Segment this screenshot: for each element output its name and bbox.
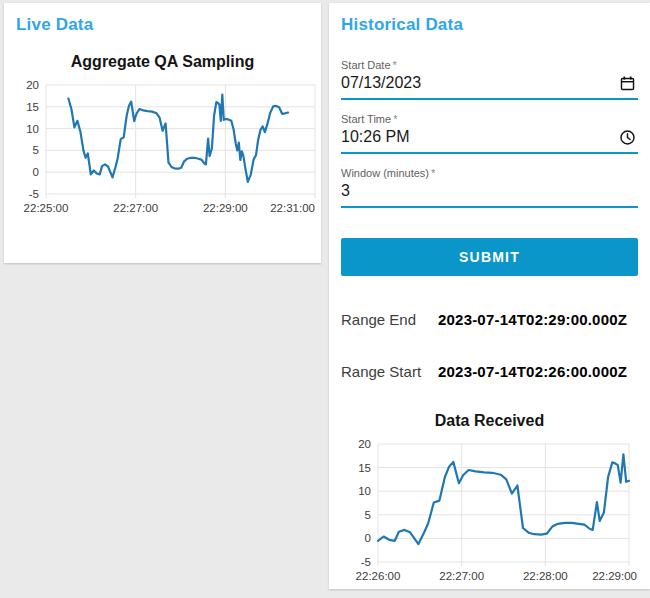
range-start-row: Range Start 2023-07-14T02:26:00.000Z [329, 363, 650, 380]
window-minutes-field: Window (minutes)* [341, 167, 638, 208]
required-marker: * [393, 59, 397, 71]
svg-text:15: 15 [358, 462, 371, 474]
live-chart-title: Aggregate QA Sampling [4, 53, 321, 71]
svg-text:22:26:00: 22:26:00 [356, 570, 401, 582]
svg-text:0: 0 [365, 532, 371, 544]
svg-text:10: 10 [26, 123, 39, 135]
svg-text:10: 10 [358, 485, 371, 497]
window-minutes-label-text: Window (minutes) [341, 167, 429, 179]
svg-text:20: 20 [26, 79, 39, 91]
live-chart-plot: -50510152022:25:0022:27:0022:29:0022:31:… [6, 79, 319, 222]
received-chart-title: Data Received [329, 412, 650, 430]
window-minutes-label: Window (minutes)* [341, 167, 638, 179]
start-time-label: Start Time* [341, 113, 638, 125]
start-date-field: Start Date* [341, 59, 638, 100]
range-start-label: Range Start [341, 363, 438, 380]
range-end-row: Range End 2023-07-14T02:29:00.000Z [329, 311, 650, 328]
svg-text:22:31:00: 22:31:00 [270, 202, 315, 214]
svg-text:-5: -5 [29, 188, 39, 200]
live-chart: Aggregate QA Sampling -50510152022:25:00… [4, 53, 321, 222]
start-time-input[interactable] [341, 128, 614, 146]
start-time-label-text: Start Time [341, 113, 391, 125]
live-data-panel: Live Data Aggregate QA Sampling -5051015… [4, 3, 321, 263]
submit-button[interactable]: SUBMIT [341, 238, 638, 276]
svg-text:22:27:00: 22:27:00 [439, 570, 484, 582]
start-date-label: Start Date* [341, 59, 638, 71]
svg-text:5: 5 [365, 509, 371, 521]
svg-text:-5: -5 [361, 556, 371, 568]
start-time-field: Start Time* [341, 113, 638, 154]
svg-text:0: 0 [33, 166, 39, 178]
received-chart-plot: -50510152022:26:0022:27:0022:28:0022:29:… [338, 438, 641, 590]
start-time-input-row [341, 128, 638, 154]
window-minutes-input[interactable] [341, 182, 638, 200]
dashboard: { "colors": { "heading_blue": "#2fa6e8",… [0, 0, 650, 598]
received-chart: Data Received -50510152022:26:0022:27:00… [329, 412, 650, 590]
range-start-value: 2023-07-14T02:26:00.000Z [438, 363, 627, 380]
svg-text:22:29:00: 22:29:00 [203, 202, 248, 214]
start-date-input[interactable] [341, 74, 614, 92]
range-end-label: Range End [341, 311, 438, 328]
svg-text:15: 15 [26, 101, 39, 113]
svg-text:22:25:00: 22:25:00 [24, 202, 69, 214]
calendar-icon[interactable] [619, 75, 636, 92]
start-date-input-row [341, 74, 638, 100]
window-minutes-input-row [341, 182, 638, 208]
required-marker: * [431, 167, 435, 179]
svg-text:22:28:00: 22:28:00 [523, 570, 568, 582]
required-marker: * [393, 113, 397, 125]
historical-data-heading: Historical Data [341, 15, 650, 35]
svg-text:22:27:00: 22:27:00 [113, 202, 158, 214]
live-data-heading: Live Data [16, 15, 321, 35]
start-date-label-text: Start Date [341, 59, 391, 71]
svg-text:20: 20 [358, 438, 371, 450]
range-end-value: 2023-07-14T02:29:00.000Z [438, 311, 627, 328]
svg-text:22:29:00: 22:29:00 [592, 570, 637, 582]
svg-text:5: 5 [33, 144, 39, 156]
historical-form: Start Date* Start Time* [329, 59, 650, 208]
clock-icon[interactable] [619, 129, 636, 146]
historical-data-panel: Historical Data Start Date* Start Time* [329, 3, 650, 589]
